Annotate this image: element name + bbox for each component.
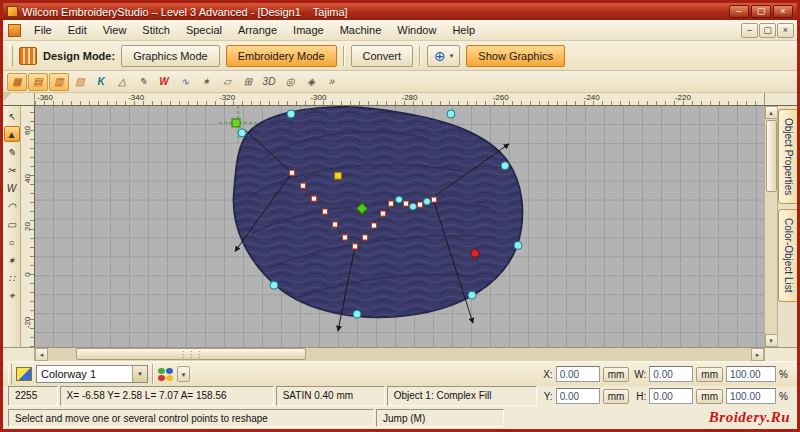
design-mode-label: Design Mode:: [43, 50, 115, 62]
ripple-effect-icon[interactable]: ∿: [175, 73, 195, 91]
menu-items: FileEditViewStitchSpecialArrangeImageMac…: [26, 21, 483, 39]
star-tool[interactable]: ✶: [4, 252, 20, 268]
mixing-palette-icon[interactable]: [158, 368, 173, 381]
palette-dropdown-button[interactable]: ▾: [177, 366, 190, 382]
x-unit-button[interactable]: mm: [603, 367, 630, 382]
graphics-mode-button[interactable]: Graphics Mode: [121, 45, 220, 67]
ruler-tick: -340: [126, 93, 217, 105]
chevron-down-icon[interactable]: ▾: [132, 366, 147, 382]
vertical-scrollbar[interactable]: ▴ ▾: [764, 106, 777, 347]
scroll-left-icon[interactable]: ◂: [35, 348, 48, 361]
maximize-button[interactable]: ▢: [751, 5, 771, 18]
closed-shape-tool[interactable]: ▭: [4, 216, 20, 232]
menu-edit[interactable]: Edit: [60, 21, 95, 39]
3d-effect-icon[interactable]: 3D: [259, 73, 279, 91]
selected-node[interactable]: [335, 172, 342, 179]
status-bar: 2255 X= -6.58 Y= 2.58 L= 7.07 A= 158.56 …: [3, 386, 797, 406]
mdi-window-controls: – ▢ ×: [741, 23, 794, 38]
mdi-close-button[interactable]: ×: [777, 23, 794, 38]
fill-stitch-icon[interactable]: ▦: [7, 73, 27, 91]
open-curve-tool[interactable]: ◠: [4, 198, 20, 214]
scroll-corner-left: [3, 348, 35, 361]
ellipse-tool[interactable]: ○: [4, 234, 20, 250]
scroll-corner-right: [764, 348, 797, 361]
menu-view[interactable]: View: [95, 21, 135, 39]
menu-window[interactable]: Window: [389, 21, 444, 39]
triangle-tool-icon[interactable]: △: [112, 73, 132, 91]
pattern-stamp-tool[interactable]: ∷: [4, 270, 20, 286]
trapunto-icon[interactable]: ◎: [280, 73, 300, 91]
toolbar-grip[interactable]: [9, 46, 13, 66]
scroll-up-icon[interactable]: ▴: [765, 106, 778, 119]
measure-tool[interactable]: ⌖: [4, 288, 20, 304]
ruler-row: -360-340-320-300-280-260-240-220: [3, 93, 797, 106]
colorway-select[interactable]: Colorway 1 ▾: [36, 365, 148, 383]
applique-icon[interactable]: ▱: [217, 73, 237, 91]
embroidery-mode-button[interactable]: Embroidery Mode: [226, 45, 337, 67]
menu-file[interactable]: File: [26, 21, 60, 39]
close-button[interactable]: ×: [773, 5, 793, 18]
reshape-object-tool[interactable]: ▲: [4, 126, 20, 142]
menu-special[interactable]: Special: [178, 21, 230, 39]
knife-tool[interactable]: ✂: [4, 162, 20, 178]
menu-machine[interactable]: Machine: [332, 21, 390, 39]
hscroll-thumb[interactable]: ⋮⋮⋮: [76, 348, 306, 360]
w-input[interactable]: [649, 366, 693, 382]
w-unit-button[interactable]: mm: [696, 367, 723, 382]
tab-object-properties[interactable]: Object Properties: [778, 109, 797, 204]
grip-dots-icon: ⋮⋮⋮: [179, 350, 203, 359]
mesh-grid-icon[interactable]: ⊞: [238, 73, 258, 91]
start-node[interactable]: [232, 119, 240, 127]
edit-tool[interactable]: ✎: [4, 144, 20, 160]
select-object-tool[interactable]: ↖: [4, 108, 20, 124]
toolbar-grip[interactable]: [8, 364, 12, 384]
ruler-tick: 60: [23, 126, 32, 135]
show-graphics-button[interactable]: Show Graphics: [466, 45, 565, 67]
ruler-tick: -220: [673, 93, 764, 105]
lettering-tool[interactable]: W: [4, 180, 20, 196]
vertical-ruler: 6040200-20: [21, 106, 35, 347]
prompt-message: Select and move one or several control p…: [8, 409, 374, 427]
scroll-right-icon[interactable]: ▸: [751, 348, 764, 361]
tab-color-object-list[interactable]: Color-Object List: [778, 209, 797, 301]
wave-effect-icon[interactable]: W: [154, 73, 174, 91]
y-unit-button[interactable]: mm: [603, 389, 630, 404]
more-tools-icon[interactable]: »: [322, 73, 342, 91]
h-unit-button[interactable]: mm: [696, 389, 723, 404]
menu-image[interactable]: Image: [285, 21, 332, 39]
mdi-restore-button[interactable]: ▢: [759, 23, 776, 38]
y-input[interactable]: [556, 388, 600, 404]
freehand-tool-icon[interactable]: ✎: [133, 73, 153, 91]
motif-stitch-icon[interactable]: ▧: [70, 73, 90, 91]
mdi-minimize-button[interactable]: –: [741, 23, 758, 38]
scale-x-input[interactable]: [726, 366, 776, 382]
menu-help[interactable]: Help: [444, 21, 483, 39]
h-input[interactable]: [649, 388, 693, 404]
x-input[interactable]: [556, 366, 600, 382]
main-area: ↖▲✎✂W◠▭○✶∷⌖ 6040200-20: [3, 106, 797, 347]
scale-y-percent: %: [779, 391, 789, 402]
vscroll-thumb[interactable]: [766, 120, 777, 192]
convert-button[interactable]: Convert: [351, 45, 414, 67]
hoop-globe-button[interactable]: ⊕ ▾: [427, 45, 460, 67]
colorway-icon[interactable]: [16, 367, 32, 381]
app-window: Wilcom EmbroideryStudio – Level 3 Advanc…: [0, 0, 800, 432]
transform-panel-x: X: mm W: mm %: [539, 366, 792, 382]
tatami-stitch-icon[interactable]: ▤: [28, 73, 48, 91]
ruler-right-pad: [764, 93, 797, 105]
menu-arrange[interactable]: Arrange: [230, 21, 285, 39]
stitch-toolbar-icon[interactable]: [19, 47, 37, 65]
pointer-position: X= -6.58 Y= 2.58 L= 7.07 A= 158.56: [60, 386, 274, 406]
ruler-tick: -240: [582, 93, 673, 105]
end-point[interactable]: [471, 249, 479, 257]
scale-y-input[interactable]: [726, 388, 776, 404]
scroll-down-icon[interactable]: ▾: [765, 334, 778, 347]
contour-stitch-icon[interactable]: K: [91, 73, 111, 91]
minimize-button[interactable]: –: [729, 5, 749, 18]
horizontal-scrollbar[interactable]: ◂ ⋮⋮⋮ ▸: [35, 348, 764, 361]
stumpwork-icon[interactable]: ◈: [301, 73, 321, 91]
menu-stitch[interactable]: Stitch: [134, 21, 178, 39]
satin-stitch-icon[interactable]: ▥: [49, 73, 69, 91]
design-canvas[interactable]: [35, 106, 764, 347]
starburst-icon[interactable]: ✶: [196, 73, 216, 91]
